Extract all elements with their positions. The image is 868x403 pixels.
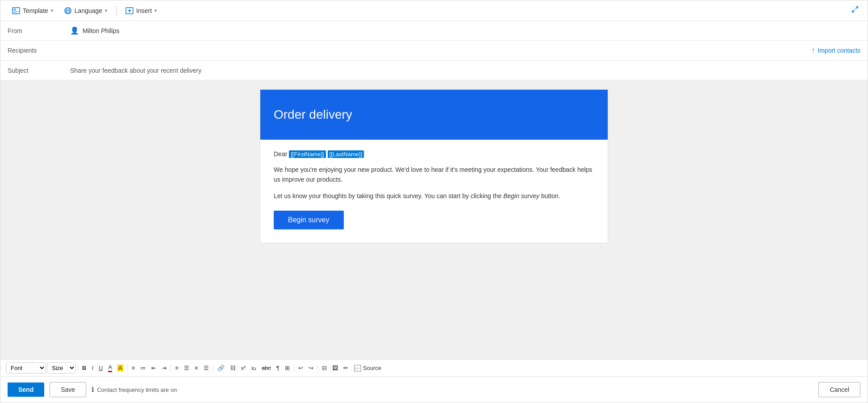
- frequency-notice-text: Contact frequency limits are on: [97, 386, 177, 393]
- expand-icon: [851, 6, 859, 13]
- insert-label: Insert: [136, 7, 152, 14]
- import-contacts-label: Import contacts: [818, 47, 860, 54]
- bold-button[interactable]: B: [80, 363, 88, 373]
- email-composer: Template ▾ Language ▾ Insert ▾: [0, 0, 868, 403]
- redo-button[interactable]: ↪: [306, 363, 316, 373]
- insert-icon: [125, 7, 134, 14]
- format-separator-2: [127, 364, 128, 372]
- recipients-row: Recipients ↑ Import contacts: [0, 41, 868, 61]
- insert-chevron: ▾: [154, 8, 157, 13]
- size-select[interactable]: Size: [47, 362, 76, 374]
- template-button[interactable]: Template ▾: [8, 4, 58, 17]
- format-separator-5: [294, 364, 294, 372]
- email-header-banner: Order delivery: [260, 90, 608, 140]
- dear-text: Dear: [274, 150, 287, 158]
- lastname-tag: [[LastName]]: [328, 150, 364, 158]
- superscript-button[interactable]: x²: [239, 363, 248, 373]
- top-toolbar: Template ▾ Language ▾ Insert ▾: [0, 0, 868, 21]
- align-left-button[interactable]: ≡: [173, 363, 181, 373]
- format-separator-3: [171, 364, 171, 372]
- font-color-button[interactable]: A: [106, 362, 114, 374]
- align-center-button[interactable]: ☰: [182, 363, 192, 373]
- highlight-button[interactable]: A: [115, 363, 125, 373]
- outdent-button[interactable]: ⇤: [149, 363, 159, 373]
- from-value-container: 👤 Milton Philips: [70, 26, 860, 35]
- unlink-button[interactable]: ⛓: [228, 363, 238, 373]
- firstname-tag: [[FirstName]]: [289, 150, 326, 158]
- italic-button[interactable]: I: [89, 363, 96, 373]
- subject-value: Share your feedback about your recent de…: [70, 67, 201, 74]
- source-icon: </>: [354, 365, 361, 372]
- undo-button[interactable]: ↩: [296, 363, 305, 373]
- bottom-bar: Send Save ℹ Contact frequency limits are…: [0, 376, 868, 403]
- email-header-title: Order delivery: [274, 108, 594, 122]
- subject-row: Subject Share your feedback about your r…: [0, 61, 868, 80]
- font-select[interactable]: Font: [6, 362, 46, 374]
- cancel-button[interactable]: Cancel: [818, 382, 860, 397]
- underline-button[interactable]: U: [96, 363, 105, 373]
- table-button[interactable]: ⊟: [320, 363, 329, 373]
- language-chevron: ▾: [105, 8, 107, 13]
- strikethrough-button[interactable]: abc: [259, 363, 273, 373]
- toolbar-separator-1: [116, 5, 117, 16]
- info-icon: ℹ: [92, 386, 94, 394]
- begin-survey-button[interactable]: Begin survey: [274, 211, 344, 229]
- recipients-label: Recipients: [8, 47, 70, 54]
- save-button[interactable]: Save: [50, 382, 86, 397]
- send-button[interactable]: Send: [8, 382, 44, 397]
- format-toolbar: Font Size B I U A A ≡ ≔ ⇤ ⇥ ≡ ☰ ≡ ☰ 🔗 ⛓ …: [0, 359, 868, 376]
- from-value: Milton Philips: [83, 27, 119, 34]
- email-body-content: Dear [[FirstName]] [[LastName]] We hope …: [260, 140, 608, 243]
- subscript-button[interactable]: x₂: [249, 363, 259, 373]
- signature-button[interactable]: ✏: [341, 363, 351, 373]
- format-separator-6: [317, 364, 318, 372]
- import-contacts-button[interactable]: ↑ Import contacts: [811, 46, 860, 54]
- svg-rect-2: [13, 11, 19, 12]
- person-icon: 👤: [70, 26, 79, 35]
- language-label: Language: [75, 7, 102, 14]
- template-chevron: ▾: [51, 8, 53, 13]
- para2-after: button.: [539, 192, 560, 199]
- email-content: Order delivery Dear [[FirstName]] [[Last…: [260, 89, 608, 243]
- from-label: From: [8, 27, 70, 34]
- template-label: Template: [23, 7, 48, 14]
- paragraph-mark-button[interactable]: ¶: [274, 363, 282, 373]
- para2-before: Let us know your thoughts by taking this…: [274, 192, 503, 199]
- indent-button[interactable]: ⇥: [159, 363, 169, 373]
- recipients-input[interactable]: [70, 45, 811, 56]
- ordered-list-button[interactable]: ≔: [138, 363, 148, 373]
- unordered-list-button[interactable]: ≡: [129, 363, 138, 373]
- svg-rect-3: [13, 12, 17, 13]
- link-button[interactable]: 🔗: [215, 363, 227, 373]
- insert-button[interactable]: Insert ▾: [121, 4, 161, 17]
- align-right-button[interactable]: ≡: [192, 363, 200, 373]
- format-separator-1: [78, 364, 78, 372]
- import-icon: ↑: [811, 46, 815, 54]
- image-button[interactable]: 🖼: [330, 363, 340, 373]
- source-label: Source: [363, 365, 381, 371]
- expand-button[interactable]: [850, 4, 860, 17]
- justify-button[interactable]: ☰: [201, 363, 211, 373]
- email-dear: Dear [[FirstName]] [[LastName]]: [274, 150, 594, 158]
- format-separator-4: [213, 364, 213, 372]
- template-icon: [12, 7, 20, 14]
- svg-rect-1: [13, 8, 16, 11]
- language-button[interactable]: Language ▾: [59, 4, 112, 17]
- email-body-area[interactable]: Order delivery Dear [[FirstName]] [[Last…: [0, 80, 868, 359]
- subject-label: Subject: [8, 67, 70, 74]
- blockquote-button[interactable]: ⊞: [283, 363, 292, 373]
- svg-text:</>: </>: [355, 367, 359, 370]
- from-row: From 👤 Milton Philips: [0, 21, 868, 41]
- email-para-2: Let us know your thoughts by taking this…: [274, 191, 594, 201]
- para2-italic: Begin survey: [503, 192, 539, 199]
- email-para-1: We hope you're enjoying your new product…: [274, 165, 594, 185]
- language-icon: [64, 7, 72, 14]
- source-button[interactable]: </> Source: [351, 363, 384, 373]
- frequency-notice: ℹ Contact frequency limits are on: [92, 386, 177, 394]
